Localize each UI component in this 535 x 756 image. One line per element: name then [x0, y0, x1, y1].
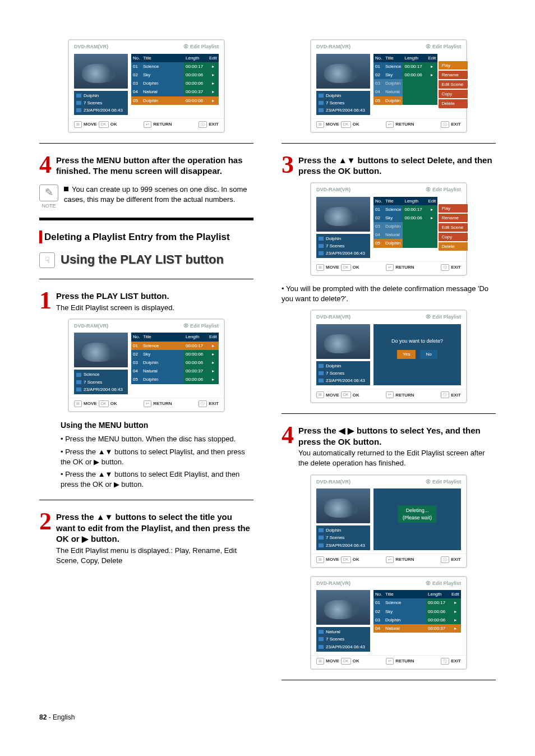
note-block: ✎ NOTE You can create up to 999 scenes o… [39, 185, 253, 210]
tv-screenshot-popup-play: DVD-RAM(VR)⦿ Edit Playlist Dolphin 7 Sce… [310, 39, 467, 133]
confirm-yes: Yes [397, 350, 416, 358]
popup-play: Play [439, 204, 468, 213]
playlist-button-heading: ☟ Using the PLAY LIST button [39, 251, 253, 269]
tv-bar-label: DVD-RAM(VR) [74, 43, 108, 50]
tv-bar-title: ⦿ Edit Playlist [183, 43, 219, 50]
pencil-icon: ✎ [39, 185, 58, 201]
right-column: DVD-RAM(VR)⦿ Edit Playlist Dolphin 7 Sce… [282, 34, 496, 690]
step-1-press-playlist: 1 Press the PLAY LIST button. The Edit P… [39, 289, 253, 313]
step-3-select-delete: 3 Press the ▲▼ buttons to select Delete,… [282, 154, 496, 177]
tv-preview-thumb [316, 324, 370, 359]
step-subtext: The Edit Playlist menu is displayed.: Pl… [56, 546, 253, 566]
tv-screenshot-science-selected: DVD-RAM(VR)⦿ Edit Playlist Science 7 Sce… [68, 319, 225, 412]
subhead-using-menu: Using the MENU button [61, 420, 253, 431]
step-2-select-title: 2 Press the ▲▼ buttons to select the tit… [39, 510, 253, 566]
confirm-no: No [420, 350, 437, 358]
menu-instructions: • Press the MENU button. When the disc h… [61, 434, 253, 490]
tv-screenshot-deleting: DVD-RAM(VR)⦿ Edit Playlist Dolphin 7 Sce… [310, 474, 467, 568]
step-number: 1 [39, 289, 52, 313]
popup-rename: Rename [439, 214, 468, 222]
step-title: Press the ◀ ▶ buttons to select Yes, and… [298, 425, 496, 447]
step-number: 3 [282, 154, 294, 177]
deleting-msg-1: Deleting... [403, 507, 432, 514]
step-number: 2 [39, 510, 52, 566]
popup-edit-scene: Edit Scene [439, 80, 468, 89]
popup-rename: Rename [439, 71, 468, 79]
tv-preview-thumb [74, 54, 128, 89]
note-text: You can create up to 999 scenes on one d… [64, 185, 253, 210]
step-title: Press the PLAY LIST button. [56, 291, 253, 302]
page-footer: 82 - English [39, 713, 496, 722]
playlist-button-title: Using the PLAY LIST button [61, 251, 224, 269]
tv-preview-thumb [316, 590, 370, 625]
step-title: Press the ▲▼ buttons to select the title… [56, 511, 253, 545]
step-subtext: The Edit Playlist screen is displayed. [56, 303, 253, 313]
tv-screenshot-after-delete: DVD-RAM(VR)⦿ Edit Playlist Natural 7 Sce… [310, 576, 467, 670]
popup-copy: Copy [439, 90, 468, 98]
popup-delete: Delete [439, 242, 468, 251]
step-title: Press the MENU button after the operatio… [56, 155, 253, 177]
tv-preview-thumb [316, 197, 370, 232]
step-number: 4 [282, 424, 294, 468]
tv-screenshot-popup-delete: DVD-RAM(VR)⦿ Edit Playlist Dolphin 7 Sce… [310, 182, 467, 276]
left-column: DVD-RAM(VR) ⦿ Edit Playlist Dolphin 7 Sc… [39, 34, 253, 690]
hand-icon: ☟ [39, 252, 55, 268]
note-label: NOTE [39, 202, 58, 210]
popup-copy: Copy [439, 233, 468, 241]
popup-play: Play [439, 61, 468, 70]
section-deleting-playlist-entry: Deleting a Playlist Entry from the Playl… [39, 231, 253, 244]
bullet-icon [64, 187, 68, 191]
tv-preview-thumb [74, 333, 128, 367]
red-bar-icon [39, 231, 42, 244]
popup-delete: Delete [439, 99, 468, 108]
tv-screenshot-dolphin-selected: DVD-RAM(VR) ⦿ Edit Playlist Dolphin 7 Sc… [68, 39, 225, 133]
step-title: Press the ▲▼ buttons to select Delete, a… [298, 155, 496, 177]
confirm-note: • You will be prompted with the delete c… [282, 284, 496, 304]
confirm-msg: Do you want to delete? [377, 338, 458, 345]
popup-edit-scene: Edit Scene [439, 223, 468, 232]
deleting-msg-2: (Please wait) [403, 514, 432, 522]
tv-preview-thumb [316, 488, 370, 523]
step-number: 4 [39, 154, 52, 177]
tv-preview-thumb [316, 54, 370, 89]
step-4-select-yes: 4 Press the ◀ ▶ buttons to select Yes, a… [282, 424, 496, 468]
step-subtext: You automatically returned to the Edit P… [298, 448, 496, 468]
tv-screenshot-confirm-delete: DVD-RAM(VR)⦿ Edit Playlist Dolphin 7 Sce… [310, 310, 467, 403]
step-4-menu-disappear: 4 Press the MENU button after the operat… [39, 154, 253, 177]
